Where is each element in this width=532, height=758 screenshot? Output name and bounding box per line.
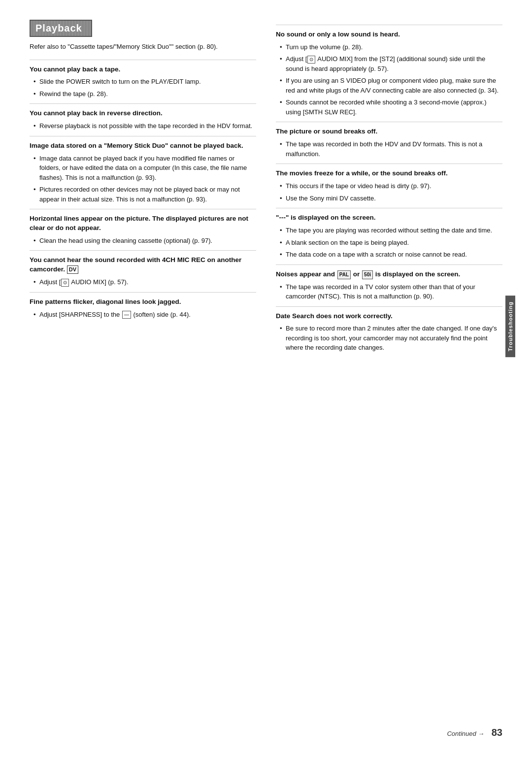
list-item: Reverse playback is not possible with th…	[33, 121, 256, 131]
divider	[276, 306, 502, 307]
right-column: No sound or only a low sound is heard. T…	[276, 20, 502, 355]
divider	[276, 208, 502, 208]
divider	[30, 209, 256, 209]
divider	[30, 136, 256, 136]
page-number: 83	[492, 727, 502, 738]
audio-mix-icon: ⊙	[307, 56, 315, 64]
section-picture-sound-breaks: The picture or sound breaks off. The tap…	[276, 127, 502, 159]
dv-icon: DV	[67, 265, 78, 274]
section-title: You cannot hear the sound recorded with …	[30, 256, 256, 274]
divider	[30, 292, 256, 293]
side-tab-container: Troubleshooting	[505, 296, 517, 357]
list-item: Adjust [SHARPNESS] to the — (soften) sid…	[33, 310, 256, 320]
list-item: This occurs if the tape or video head is…	[280, 181, 502, 191]
list-item: Adjust [⊙ AUDIO MIX] from the [ST2] (add…	[280, 54, 502, 73]
section-cannot-play-reverse: You cannot play back in reverse directio…	[30, 109, 256, 131]
list-item: A blank section on the tape is being pla…	[280, 238, 502, 248]
section-title: "---" is displayed on the screen.	[276, 213, 502, 223]
bullet-list: Image data cannot be played back if you …	[30, 154, 256, 204]
playback-title: Playback	[35, 23, 82, 33]
list-item: Pictures recorded on other devices may n…	[33, 185, 256, 204]
divider	[30, 103, 256, 104]
list-item: If you are using an S VIDEO plug or comp…	[280, 76, 502, 95]
intro-text: Refer also to "Cassette tapes/"Memory St…	[30, 42, 256, 52]
section-fine-patterns: Fine patterns flicker, diagonal lines lo…	[30, 297, 256, 319]
page-footer: Continued → 83	[447, 727, 502, 738]
bullet-list: Adjust [⊙ AUDIO MIX] (p. 57).	[30, 277, 256, 287]
bullet-list: Clean the head using the cleaning casset…	[30, 236, 256, 246]
divider	[30, 250, 256, 251]
continued-label: Continued →	[447, 730, 484, 737]
divider	[276, 164, 502, 164]
list-item: The data code on a tape with a scratch o…	[280, 250, 502, 260]
list-item: Use the Sony mini DV cassette.	[280, 194, 502, 203]
list-item: Adjust [⊙ AUDIO MIX] (p. 57).	[33, 277, 256, 287]
divider	[276, 25, 502, 25]
list-item: The tape was recorded in a TV color syst…	[280, 282, 502, 301]
section-dashes-displayed: "---" is displayed on the screen. The ta…	[276, 213, 502, 259]
section-title: Noises appear and PAL or 50i is displaye…	[276, 270, 502, 279]
section-noises-appear: Noises appear and PAL or 50i is displaye…	[276, 270, 502, 301]
bullet-list: Reverse playback is not possible with th…	[30, 121, 256, 131]
50i-icon: 50i	[362, 270, 373, 279]
bullet-list: Turn up the volume (p. 28). Adjust [⊙ AU…	[276, 42, 502, 117]
list-item: Rewind the tape (p. 28).	[33, 89, 256, 99]
list-item: Sounds cannot be recorded while shooting…	[280, 98, 502, 117]
side-tab: Troubleshooting	[505, 296, 515, 357]
section-memory-stick: Image data stored on a "Memory Stick Duo…	[30, 141, 256, 204]
playback-header: Playback	[30, 20, 92, 37]
audio-mix-icon: ⊙	[61, 279, 69, 287]
divider	[276, 122, 502, 122]
section-title: The picture or sound breaks off.	[276, 127, 502, 136]
left-column: Playback Refer also to "Cassette tapes/"…	[30, 20, 256, 355]
section-no-sound: No sound or only a low sound is heard. T…	[276, 30, 502, 117]
bullet-list: This occurs if the tape or video head is…	[276, 181, 502, 203]
soften-icon: —	[122, 311, 131, 319]
list-item: The tape you are playing was recorded wi…	[280, 226, 502, 235]
bullet-list: Adjust [SHARPNESS] to the — (soften) sid…	[30, 310, 256, 320]
section-title: No sound or only a low sound is heard.	[276, 30, 502, 39]
list-item: The tape was recorded in both the HDV an…	[280, 139, 502, 159]
page-container: Playback Refer also to "Cassette tapes/"…	[30, 20, 502, 355]
section-cannot-play-tape: You cannot play back a tape. Slide the P…	[30, 65, 256, 99]
bullet-list: The tape you are playing was recorded wi…	[276, 226, 502, 260]
section-title: You cannot play back in reverse directio…	[30, 109, 256, 118]
section-title: Image data stored on a "Memory Stick Duo…	[30, 141, 256, 151]
pal-icon: PAL	[337, 270, 351, 279]
section-movies-freeze: The movies freeze for a while, or the so…	[276, 169, 502, 203]
section-date-search: Date Search does not work correctly. Be …	[276, 312, 502, 353]
section-title: The movies freeze for a while, or the so…	[276, 169, 502, 178]
section-title: You cannot play back a tape.	[30, 65, 256, 74]
divider	[276, 264, 502, 265]
section-title: Date Search does not work correctly.	[276, 312, 502, 321]
list-item: Turn up the volume (p. 28).	[280, 42, 502, 52]
bullet-list: The tape was recorded in a TV color syst…	[276, 282, 502, 301]
bullet-list: Slide the POWER switch to turn on the PL…	[30, 77, 256, 99]
bullet-list: Be sure to record more than 2 minutes af…	[276, 324, 502, 353]
section-horizontal-lines: Horizontal lines appear on the picture. …	[30, 214, 256, 245]
list-item: Be sure to record more than 2 minutes af…	[280, 324, 502, 353]
bullet-list: The tape was recorded in both the HDV an…	[276, 139, 502, 159]
section-title: Fine patterns flicker, diagonal lines lo…	[30, 297, 256, 307]
divider	[30, 60, 256, 60]
list-item: Slide the POWER switch to turn on the PL…	[33, 77, 256, 87]
list-item: Clean the head using the cleaning casset…	[33, 236, 256, 246]
section-title: Horizontal lines appear on the picture. …	[30, 214, 256, 233]
list-item: Image data cannot be played back if you …	[33, 154, 256, 183]
section-cannot-hear-sound: You cannot hear the sound recorded with …	[30, 256, 256, 287]
